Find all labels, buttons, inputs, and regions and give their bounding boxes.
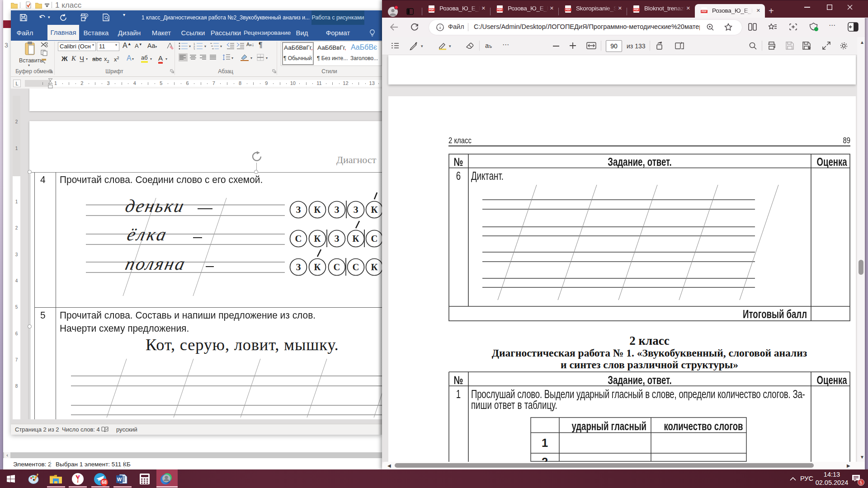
svg-text:К: К xyxy=(314,205,321,215)
svg-text:З: З xyxy=(296,262,301,272)
svg-text:З: З xyxy=(335,234,340,244)
svg-text:W: W xyxy=(117,477,122,482)
svg-text:К: К xyxy=(353,234,359,244)
svg-text:З: З xyxy=(296,205,301,215)
svg-text:З: З xyxy=(354,205,359,215)
svg-text:З: З xyxy=(335,205,340,215)
svg-text:С: С xyxy=(334,262,340,272)
svg-text:К: К xyxy=(314,262,321,272)
svg-text:К: К xyxy=(371,205,378,215)
svg-text:К: К xyxy=(314,234,321,244)
svg-text:С: С xyxy=(295,234,302,244)
svg-text:К: К xyxy=(371,262,378,272)
svg-text:3: 3 xyxy=(193,48,195,50)
svg-text:С: С xyxy=(353,262,359,272)
svg-text:С: С xyxy=(371,234,378,244)
